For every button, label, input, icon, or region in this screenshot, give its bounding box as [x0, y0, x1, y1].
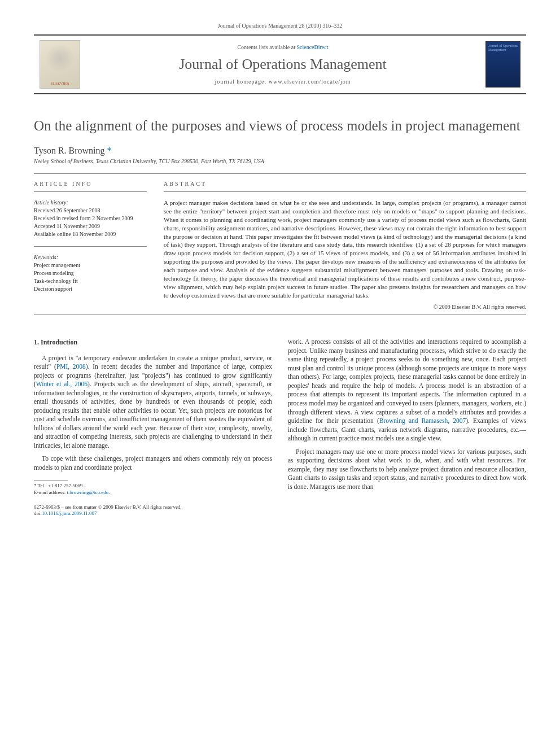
- keyword-item: Project management: [34, 261, 147, 269]
- divider: [34, 173, 526, 174]
- elsevier-logo: ELSEVIER: [40, 40, 80, 89]
- divider: [34, 314, 526, 315]
- article-info-heading: ARTICLE INFO: [34, 181, 147, 187]
- abstract-heading: ABSTRACT: [164, 181, 526, 187]
- keyword-item: Process modeling: [34, 269, 147, 277]
- abstract-column: ABSTRACT A project manager makes decisio…: [164, 181, 526, 310]
- abstract-text: A project manager makes decisions based …: [164, 199, 526, 299]
- body-column-right: work. A process consists of all of the a…: [288, 338, 526, 517]
- info-abstract-row: ARTICLE INFO Article history: Received 2…: [34, 181, 526, 310]
- divider: [34, 246, 147, 247]
- abstract-copyright: © 2009 Elsevier B.V. All rights reserved…: [164, 304, 526, 310]
- article-history-block: Article history: Received 26 September 2…: [34, 199, 147, 238]
- journal-cover-thumbnail: Journal of Operations Management: [485, 41, 520, 88]
- citation-link[interactable]: PMI, 2008: [56, 363, 86, 370]
- corresponding-author-footnote: * Tel.: +1 817 257 5069. E-mail address:…: [34, 483, 272, 496]
- text-run: work. A process consists of all of the a…: [288, 338, 526, 424]
- history-label: Article history:: [34, 199, 147, 207]
- author-name: Tyson R. Browning: [34, 146, 105, 155]
- running-citation: Journal of Operations Management 28 (201…: [34, 23, 526, 29]
- body-columns: 1. Introduction A project is "a temporar…: [34, 338, 526, 517]
- doi-prefix: doi:: [34, 510, 42, 516]
- email-label: E-mail address:: [34, 490, 67, 495]
- email-link[interactable]: t.browning@tcu.edu: [67, 490, 108, 495]
- keyword-item: Task-technology fit: [34, 277, 147, 285]
- keyword-item: Decision support: [34, 285, 147, 293]
- article-info-column: ARTICLE INFO Article history: Received 2…: [34, 181, 147, 310]
- divider: [164, 191, 526, 192]
- citation-link[interactable]: Browning and Ramasesh, 2007: [379, 417, 466, 424]
- footnote-separator: [34, 480, 68, 480]
- tel-value: +1 817 257 5069.: [48, 483, 84, 488]
- article-title: On the alignment of the purposes and vie…: [34, 117, 526, 134]
- cover-thumb-title: Journal of Operations Management: [488, 44, 518, 51]
- masthead: ELSEVIER Contents lists available at Sci…: [34, 34, 526, 94]
- text-run: ). Projects such as the development of s…: [34, 381, 272, 449]
- divider: [34, 191, 147, 192]
- body-paragraph: Project managers may use one or more pro…: [288, 448, 526, 492]
- tel-label: * Tel.:: [34, 483, 48, 488]
- author-corresponding-marker[interactable]: *: [107, 146, 112, 155]
- footer-line: 0272-6963/$ – see front matter © 2009 El…: [34, 504, 272, 511]
- page-footer: 0272-6963/$ – see front matter © 2009 El…: [34, 504, 272, 517]
- history-item: Received in revised form 2 November 2009: [34, 215, 147, 222]
- contents-prefix: Contents lists available at: [237, 44, 296, 50]
- history-item: Accepted 11 November 2009: [34, 222, 147, 230]
- history-item: Received 26 September 2008: [34, 207, 147, 215]
- body-column-left: 1. Introduction A project is "a temporar…: [34, 338, 272, 517]
- history-item: Available online 18 November 2009: [34, 230, 147, 238]
- body-paragraph: work. A process consists of all of the a…: [288, 338, 526, 443]
- author-affiliation: Neeley School of Business, Texas Christi…: [34, 158, 526, 164]
- page-container: Journal of Operations Management 28 (201…: [0, 0, 560, 540]
- masthead-center: Contents lists available at ScienceDirec…: [88, 44, 478, 85]
- footer-doi: doi:10.1016/j.jom.2009.11.007: [34, 510, 272, 517]
- journal-name: Journal of Operations Management: [88, 56, 478, 73]
- author-line: Tyson R. Browning *: [34, 146, 526, 156]
- section-heading: 1. Introduction: [34, 338, 272, 347]
- doi-link[interactable]: 10.1016/j.jom.2009.11.007: [42, 510, 97, 516]
- sciencedirect-link[interactable]: ScienceDirect: [296, 44, 328, 50]
- journal-homepage: journal homepage: www.elsevier.com/locat…: [88, 78, 478, 85]
- body-paragraph: A project is "a temporary endeavor under…: [34, 354, 272, 451]
- keywords-block: Keywords: Project management Process mod…: [34, 254, 147, 293]
- keywords-label: Keywords:: [34, 254, 147, 261]
- elsevier-tree-icon: [46, 45, 74, 77]
- elsevier-logo-text: ELSEVIER: [50, 81, 69, 86]
- body-paragraph: To cope with these challenges, project m…: [34, 455, 272, 472]
- contents-available-line: Contents lists available at ScienceDirec…: [88, 44, 478, 50]
- citation-link[interactable]: Winter et al., 2006: [36, 381, 88, 387]
